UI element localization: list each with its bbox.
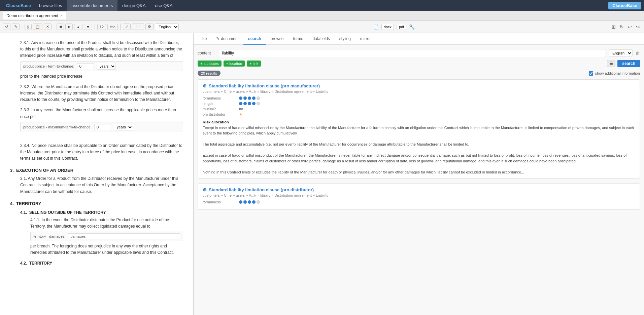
result-1-risk-label: Risk allocation xyxy=(203,120,229,124)
section-4-title: TERRITORY xyxy=(16,201,41,206)
section-4-2: 4.2. TERRITORY xyxy=(20,261,183,266)
document-panel: 2.3.1. Any increase in the price of the … xyxy=(0,33,194,315)
search-lang-select[interactable]: English xyxy=(609,49,633,57)
show-additional-row: show additional information xyxy=(589,71,640,76)
show-additional-label: show additional information xyxy=(595,71,640,75)
toolbar-delete-btn[interactable]: ✕ xyxy=(44,24,52,30)
clause-2-3-4-number: 2.3.4. xyxy=(20,143,30,148)
result-2-title[interactable]: ⊕ Standard liability limitation clause (… xyxy=(203,187,635,192)
result-1-breadcrumb: customers » C...e » users » A...k » libr… xyxy=(203,89,635,93)
tab-terms[interactable]: terms xyxy=(288,33,308,45)
toolbar-columns-btn[interactable]: ⋮⋮ xyxy=(132,24,144,30)
toolbar-pdf-btn[interactable]: pdf xyxy=(397,24,406,30)
section-4-2-heading: 4.2. TERRITORY xyxy=(20,261,183,266)
doc-tab-title: Demo distribution agreement xyxy=(6,13,58,18)
toolbar-title-btn[interactable]: title xyxy=(107,24,118,30)
filter-row: + attributes + location + link ☰ search xyxy=(198,60,640,67)
toolbar-next-btn[interactable]: ▶ xyxy=(65,24,73,30)
tab-browse[interactable]: browse xyxy=(266,33,289,45)
result-1-para-2: The total aggregate and accumulative (i.… xyxy=(203,142,469,146)
results-count-badge: 20 results xyxy=(198,71,221,76)
tab-document[interactable]: ✎document xyxy=(211,33,243,45)
toolbar-back-btn[interactable]: ↩ xyxy=(626,24,633,30)
result-1-title[interactable]: ⊕ Standard liability limitation clause (… xyxy=(203,83,635,88)
result-1-formalness-label: formalness xyxy=(203,96,236,100)
r2-dot-4 xyxy=(252,200,256,204)
result-2-breadcrumb: customers » C...e » users » A...k » libr… xyxy=(203,193,635,197)
field-territory-damages-input[interactable] xyxy=(68,233,180,239)
field-territory-damages: territory - damages: xyxy=(30,232,183,241)
search-trash-icon[interactable]: 🗑 xyxy=(635,50,640,56)
section-4-1-number: 4.1. xyxy=(20,210,27,215)
doc-tab-demo[interactable]: Demo distribution agreement × xyxy=(3,12,66,19)
field-product-price-max-term-input[interactable] xyxy=(94,124,111,130)
list-view-btn[interactable]: ☰ xyxy=(607,60,615,67)
nav-brand: ClauseBase xyxy=(3,3,34,8)
len-dot-5-empty xyxy=(257,102,260,105)
field-product-price-max-term-label: product-price - maximum-term-to-change: xyxy=(23,125,92,129)
nav-brand-right: ClauseBase xyxy=(608,2,641,9)
toolbar-up-btn[interactable]: ▲ xyxy=(74,24,82,30)
toolbar-lang-select[interactable]: English xyxy=(155,24,179,30)
do-search-btn[interactable]: search xyxy=(617,60,640,67)
toolbar-docx-btn[interactable]: docx xyxy=(381,24,394,30)
clause-2-3-4: 2.3.4. No price increase shall be applic… xyxy=(20,143,183,162)
clause-2-3-2-number: 2.3.2. xyxy=(20,84,30,89)
clause-separator: . xyxy=(20,136,183,141)
doc-tab-close-btn[interactable]: × xyxy=(60,13,63,18)
toolbar-copy-btn[interactable]: ⎘ xyxy=(25,24,32,30)
field-product-price-term-input[interactable] xyxy=(77,63,94,69)
toolbar-settings-btn[interactable]: ⚙ xyxy=(145,24,154,30)
tab-styling[interactable]: styling xyxy=(335,33,355,45)
tab-search[interactable]: search xyxy=(243,33,266,45)
result-card-1: ⊕ Standard liability limitation clause (… xyxy=(198,79,640,179)
tab-file[interactable]: file xyxy=(197,33,211,45)
toolbar-refresh-btn[interactable]: ↻ xyxy=(618,24,625,30)
filter-link-btn[interactable]: + link xyxy=(247,61,261,67)
toolbar-paste-btn[interactable]: 📋 xyxy=(33,24,42,30)
toolbar-sep-4 xyxy=(120,24,121,30)
nav-tab-use-qa[interactable]: use Q&A xyxy=(150,0,177,11)
result-1-length-dots xyxy=(239,102,635,106)
filter-location-btn[interactable]: + location xyxy=(224,61,245,67)
result-1-mutual-value: no xyxy=(239,107,635,111)
nav-tab-assemble-documents[interactable]: assemble documents xyxy=(67,0,117,11)
section-4-number: 4. xyxy=(10,201,14,206)
nav-tab-design-qa[interactable]: design Q&A xyxy=(117,0,150,11)
toolbar-expand-btn[interactable]: ⤢ xyxy=(123,24,131,30)
clause-4-1-1: 4.1.1. In the event the Distributor dist… xyxy=(30,217,183,256)
toolbar-num-btn[interactable]: 12 xyxy=(97,24,106,30)
dot-2 xyxy=(243,96,247,100)
clause-3-1-text: Any Order for a Product from the Distrib… xyxy=(20,176,178,194)
toolbar-down-btn[interactable]: ▼ xyxy=(84,24,92,30)
filter-attributes-btn[interactable]: + attributes xyxy=(198,61,222,67)
field-product-price-term-unit[interactable]: years xyxy=(97,63,116,70)
clause-2-3-1-text: Any increase in the price of the Product… xyxy=(20,40,182,58)
toolbar-prev-btn[interactable]: ◀ xyxy=(57,24,64,30)
result-2-meta: formalness xyxy=(203,200,635,204)
result-1-meta: formalness length xyxy=(203,96,635,117)
result-2-formalness-dots xyxy=(239,200,635,204)
field-product-price-max-term-unit[interactable]: years xyxy=(114,124,133,130)
nav-tab-browse-files[interactable]: browse files xyxy=(34,0,67,11)
show-additional-checkbox[interactable] xyxy=(589,71,593,76)
field-product-price-term: product-price - term-to-change: years xyxy=(20,61,183,71)
content-label: content xyxy=(198,51,216,55)
toolbar-undo-btn[interactable]: ↺ xyxy=(3,24,10,30)
tab-mirror[interactable]: mirror xyxy=(355,33,375,45)
result-1-para-3: Except in case of fraud or wilful miscon… xyxy=(203,153,627,163)
panel-tabs: file ✎document search browse terms dataf… xyxy=(194,33,644,45)
toolbar-forward-btn[interactable]: ↪ xyxy=(635,24,641,30)
results-bar: 20 results show additional information xyxy=(198,71,640,76)
dot-3 xyxy=(248,96,251,100)
doc-tab-bar: Demo distribution agreement × xyxy=(0,11,644,21)
result-1-text: Risk allocation Except in case of fraud … xyxy=(203,119,635,175)
section-4-2-number: 4.2. xyxy=(20,261,27,266)
content-search-input[interactable] xyxy=(219,49,606,57)
tab-datafields[interactable]: datafields xyxy=(308,33,334,45)
toolbar-sep-1 xyxy=(22,24,22,30)
toolbar-view-btn[interactable]: ⊞ xyxy=(610,24,617,30)
search-panel-content: content English 🗑 + attributes + locatio… xyxy=(194,45,644,315)
result-1-pro-distributor-label: pro distributor xyxy=(203,112,236,117)
toolbar-edit-btn[interactable]: ✎ xyxy=(12,24,20,30)
